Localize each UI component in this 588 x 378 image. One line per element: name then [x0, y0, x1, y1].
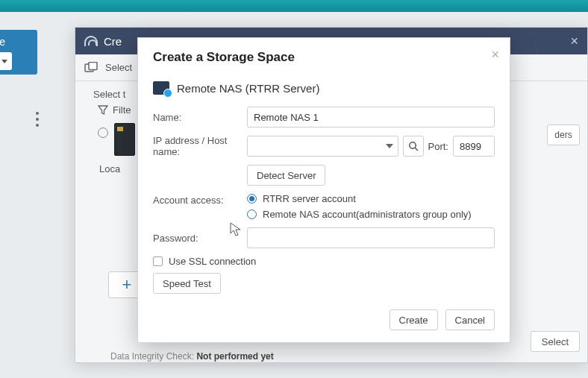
- svg-point-2: [409, 142, 415, 148]
- copy-icon[interactable]: [84, 62, 99, 74]
- cancel-button[interactable]: Cancel: [445, 309, 495, 330]
- nas-icon: [153, 81, 169, 95]
- name-input[interactable]: [247, 107, 495, 127]
- modal-footer: Create Cancel: [138, 305, 510, 342]
- ssl-row[interactable]: Use SSL connection: [153, 256, 495, 267]
- integrity-label: Data Integrity Check:: [110, 351, 194, 362]
- password-row: Password:: [153, 227, 495, 248]
- parent-window-title: Cre: [104, 35, 122, 48]
- port-label: Port:: [428, 141, 448, 152]
- detect-server-button[interactable]: Detect Server: [247, 165, 325, 186]
- detect-row: Detect Server: [153, 165, 495, 186]
- password-input[interactable]: [247, 227, 495, 248]
- radio-remote-nas[interactable]: Remote NAS account(administrators group …: [247, 209, 472, 220]
- close-icon[interactable]: ×: [491, 47, 499, 63]
- chevron-down-icon: [386, 144, 393, 148]
- modal-header: Create a Storage Space ×: [138, 38, 510, 72]
- integrity-row: Data Integrity Check: Not performed yet: [110, 351, 274, 362]
- ip-row: IP address / Host name: Port:: [153, 135, 495, 157]
- ssl-label: Use SSL connection: [169, 256, 256, 267]
- name-row: Name:: [153, 107, 495, 127]
- app-topbar: [0, 0, 588, 12]
- create-button[interactable]: Create: [390, 309, 438, 330]
- filter-label: Filte: [113, 104, 131, 116]
- ip-combobox[interactable]: [247, 136, 398, 157]
- server-type-row: Remote NAS (RTRR Server): [153, 81, 495, 95]
- server-type-label: Remote NAS (RTRR Server): [177, 82, 319, 95]
- radio-icon[interactable]: [98, 127, 108, 138]
- password-label: Password:: [153, 233, 247, 244]
- radio-rtrr[interactable]: RTRR server account: [247, 193, 472, 204]
- modal-body: Remote NAS (RTRR Server) Name: IP addres…: [138, 72, 510, 305]
- close-icon[interactable]: ×: [570, 34, 578, 49]
- select-button[interactable]: Select: [531, 331, 580, 352]
- device-thumbnail: [114, 123, 135, 156]
- modal-title: Create a Storage Space: [153, 50, 495, 65]
- right-panel-button-label: ders: [554, 130, 572, 140]
- svg-rect-1: [89, 62, 97, 69]
- checkbox-icon[interactable]: [153, 256, 163, 266]
- search-button[interactable]: [403, 136, 424, 157]
- funnel-icon: [98, 105, 108, 116]
- sidebar-dropdown[interactable]: [0, 52, 12, 70]
- port-input[interactable]: [453, 136, 495, 157]
- ip-label: IP address / Host name:: [153, 135, 247, 157]
- name-label: Name:: [153, 112, 247, 123]
- account-label: Account access:: [153, 193, 247, 206]
- account-row: Account access: RTRR server account Remo…: [153, 193, 495, 220]
- sync-icon: [84, 36, 98, 46]
- integrity-value: Not performed yet: [196, 351, 273, 362]
- sidebar-label: store: [0, 36, 5, 48]
- radio-icon: [247, 210, 257, 219]
- toolbar-select-label: Select: [105, 62, 132, 73]
- speed-test-button[interactable]: Speed Test: [153, 273, 221, 294]
- right-panel-button[interactable]: ders: [547, 125, 580, 145]
- radio-icon: [247, 194, 257, 204]
- create-storage-modal: Create a Storage Space × Remote NAS (RTR…: [137, 37, 510, 343]
- select-button-label: Select: [542, 336, 569, 347]
- svg-line-3: [415, 148, 418, 151]
- search-icon: [408, 141, 419, 151]
- sidebar-store[interactable]: store: [0, 30, 37, 75]
- kebab-menu-icon[interactable]: [36, 112, 39, 127]
